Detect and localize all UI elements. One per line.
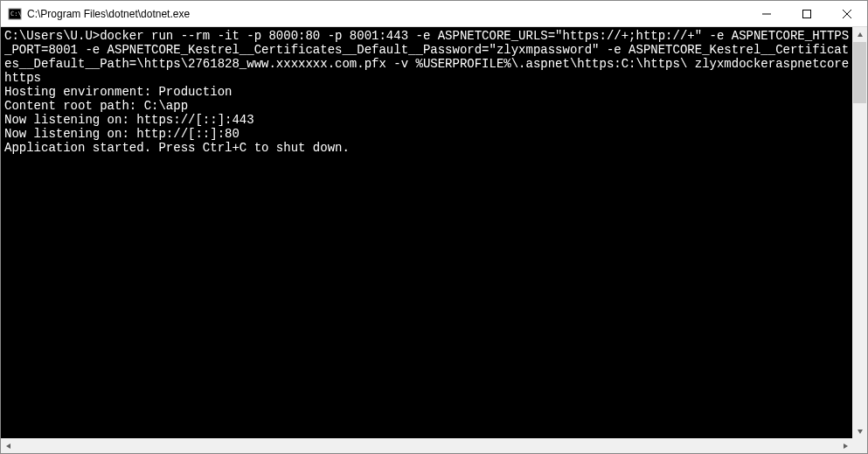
minimize-button[interactable] [746, 1, 787, 26]
svg-rect-3 [803, 10, 811, 17]
scroll-left-arrow-icon[interactable] [1, 438, 16, 453]
command-line: C:\Users\U.U>docker run --rm -it -p 8000… [4, 29, 851, 85]
vertical-scrollbar[interactable] [852, 27, 867, 438]
window-controls [746, 1, 867, 26]
output-line: Hosting environment: Production [4, 85, 851, 99]
console-app-icon: C:\ [8, 7, 22, 21]
scroll-track-horizontal[interactable] [16, 438, 837, 453]
svg-text:C:\: C:\ [10, 10, 22, 17]
output-line: Content root path: C:\app [4, 99, 851, 113]
close-button[interactable] [827, 1, 867, 26]
terminal-output[interactable]: C:\Users\U.U>docker run --rm -it -p 8000… [1, 27, 852, 438]
prompt: C:\Users\U.U> [4, 29, 100, 43]
terminal-container: C:\Users\U.U>docker run --rm -it -p 8000… [1, 27, 867, 453]
scroll-right-arrow-icon[interactable] [837, 438, 852, 453]
command-text: docker run --rm -it -p 8000:80 -p 8001:4… [4, 29, 849, 85]
output-line: Application started. Press Ctrl+C to shu… [4, 141, 851, 155]
scroll-down-arrow-icon[interactable] [852, 423, 867, 438]
svg-marker-9 [844, 444, 848, 449]
scroll-corner [852, 438, 867, 453]
scroll-track-vertical[interactable] [852, 42, 867, 423]
scroll-up-arrow-icon[interactable] [852, 27, 867, 42]
window-title: C:\Program Files\dotnet\dotnet.exe [27, 8, 746, 20]
output-line: Now listening on: http://[::]:80 [4, 127, 851, 141]
svg-marker-6 [858, 32, 863, 37]
svg-marker-8 [6, 444, 10, 449]
window-titlebar: C:\ C:\Program Files\dotnet\dotnet.exe [1, 1, 867, 27]
svg-marker-7 [858, 430, 863, 434]
horizontal-scrollbar[interactable] [1, 438, 852, 453]
scroll-thumb-vertical[interactable] [853, 42, 866, 103]
output-line: Now listening on: https://[::]:443 [4, 113, 851, 127]
maximize-button[interactable] [787, 1, 827, 26]
